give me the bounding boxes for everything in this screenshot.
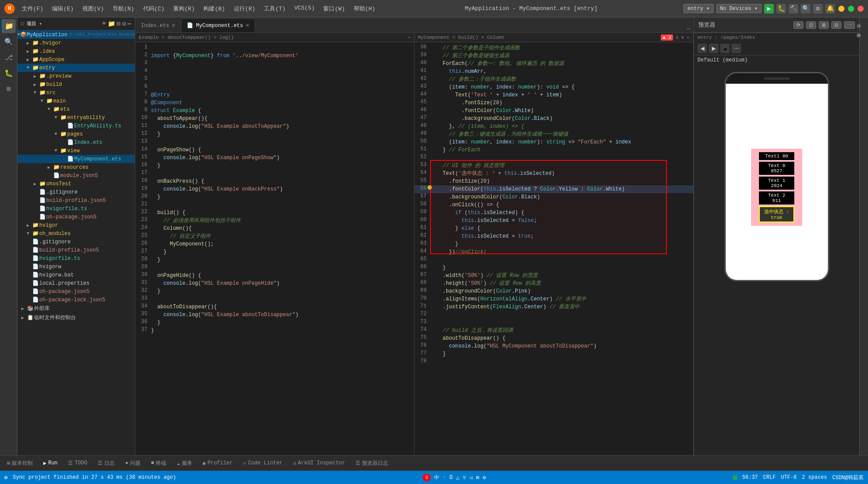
activity-search[interactable]: 🔍 bbox=[2, 35, 16, 49]
right-editor-content[interactable]: 38 // 第二个参数是子组件生成函数 39 // 第三个参数是键值生成器 40… bbox=[414, 42, 693, 455]
btab-todo[interactable]: ☰ TODO bbox=[63, 458, 92, 468]
btab-services[interactable]: ☁ 服务 bbox=[171, 458, 197, 469]
tree-item-hvigorw[interactable]: ▶ 📄 hvigorw bbox=[17, 262, 135, 271]
sidebar-new-file[interactable]: + bbox=[102, 20, 106, 27]
tree-item-build-profile-entry[interactable]: ▶ 📄 build-profile.json5 bbox=[17, 196, 135, 205]
left-editor-options[interactable]: ⋯ bbox=[407, 34, 410, 40]
btab-profiler[interactable]: ◉ Profiler bbox=[198, 458, 238, 468]
menu-view[interactable]: 视图(V) bbox=[79, 4, 107, 14]
tree-item-ohostest[interactable]: ▶ 📁 ohosTest bbox=[17, 180, 135, 188]
tree-item-appscope[interactable]: ▶ 📁 AppScope bbox=[17, 55, 135, 64]
tab-index-ets[interactable]: Index.ets × bbox=[135, 18, 181, 32]
statusbar-icon2[interactable]: Ω bbox=[450, 474, 453, 481]
notifications-icon[interactable]: 通知 bbox=[861, 22, 868, 29]
preview-refresh-btn[interactable]: ⟳ bbox=[793, 21, 803, 29]
tab-mycomponent-close[interactable]: × bbox=[246, 22, 249, 29]
menu-window[interactable]: 窗口(W) bbox=[320, 4, 348, 14]
tree-item-src[interactable]: ▼ 📁 src bbox=[17, 89, 135, 97]
tree-item-resources[interactable]: ▶ 📁 resources bbox=[17, 163, 135, 171]
menu-build[interactable]: 构建(B) bbox=[200, 4, 228, 14]
btab-code-linter[interactable]: ✓ Code Linter bbox=[238, 458, 287, 468]
preview-device-btn[interactable]: 📱 bbox=[720, 44, 730, 53]
menu-file[interactable]: 文件(F) bbox=[18, 4, 47, 14]
menu-bar[interactable]: 文件(F) 编辑(E) 视图(V) 导航(N) 代码(C) 重构(R) 构建(B… bbox=[18, 4, 379, 14]
preview-item-selected[interactable]: 选中状态 : true bbox=[759, 206, 794, 222]
preview-back-btn[interactable]: ◀ bbox=[697, 44, 707, 53]
tree-item-oh-modules[interactable]: ▼ 📁 oh_modules bbox=[17, 229, 135, 238]
preview-zoom-btn[interactable]: ⊟ bbox=[831, 21, 841, 29]
left-editor-content[interactable]: 1 2 import {MyComponent} from '../view/M… bbox=[135, 42, 414, 455]
tree-item-oh-package-entry[interactable]: ▶ 📄 oh-package.json5 bbox=[17, 213, 135, 221]
menu-run[interactable]: 运行(R) bbox=[230, 4, 259, 14]
tree-item-preview[interactable]: ▶ 📁 .preview bbox=[17, 72, 135, 80]
close-button[interactable]: × bbox=[858, 6, 864, 12]
no-devices-selector[interactable]: No Devices ▾ bbox=[716, 4, 762, 13]
preview-more-btn2[interactable]: ⋯ bbox=[731, 44, 741, 53]
statusbar-icon4[interactable]: ▽ bbox=[463, 474, 466, 481]
maximize-button[interactable]: + bbox=[848, 6, 854, 12]
tree-item-gitignore-root[interactable]: ▶ 📄 .gitignore bbox=[17, 238, 135, 246]
tree-item-ets[interactable]: ▼ 📁 ets bbox=[17, 105, 135, 113]
btab-version-control[interactable]: ⊞ 版本控制 bbox=[2, 458, 38, 469]
menu-navigate[interactable]: 导航(N) bbox=[109, 4, 137, 14]
tree-item-hvigorfile-ts-root[interactable]: ▶ 📄 hvigorfile.ts bbox=[17, 254, 135, 262]
editor-collapse-btn[interactable]: ∧ bbox=[676, 34, 679, 40]
debug-button[interactable]: 🐛 bbox=[776, 4, 786, 14]
tree-item-hvigorw-bat[interactable]: ▶ 📄 hvigorw.bat bbox=[17, 271, 135, 279]
tree-item-external-libs[interactable]: ▶ 📚 外部库 bbox=[17, 304, 135, 313]
preview-more-btn[interactable]: ⋯ bbox=[844, 21, 855, 29]
activity-explorer[interactable]: 📁 bbox=[2, 19, 16, 33]
minimize-button[interactable]: − bbox=[838, 6, 844, 12]
tree-item-gitignore-entry[interactable]: ▶ 📄 .gitignore bbox=[17, 188, 135, 196]
tree-item-module-json5[interactable]: ▶ 📄 module.json5 bbox=[17, 171, 135, 180]
tree-item-hvigor[interactable]: ▶ 📁 .hvigor bbox=[17, 39, 135, 47]
tree-item-pages[interactable]: ▼ 📁 pages bbox=[17, 130, 135, 138]
editor-options-btn[interactable]: ⋯ bbox=[687, 34, 690, 40]
tree-item-mycomponent-ets[interactable]: ▶ 📄 MyComponent.ets bbox=[17, 155, 135, 163]
statusbar-lang-zh[interactable]: 中 bbox=[434, 474, 439, 481]
btab-log[interactable]: ☰ 日志 bbox=[92, 458, 120, 469]
tree-item-local-properties[interactable]: ▶ 📄 local.properties bbox=[17, 279, 135, 287]
preview-grid-btn[interactable]: ⊞ bbox=[819, 21, 829, 29]
statusbar-icon6[interactable]: ⊞ bbox=[476, 474, 479, 481]
preview-forward-btn[interactable]: ▶ bbox=[709, 44, 718, 53]
entry-selector[interactable]: entry ▾ bbox=[683, 4, 713, 13]
tree-item-oh-package-lock-root[interactable]: ▶ 📄 oh-package-lock.json5 bbox=[17, 296, 135, 304]
menu-tools[interactable]: 工具(T) bbox=[260, 4, 289, 14]
menu-edit[interactable]: 编辑(E) bbox=[48, 4, 77, 14]
tab-options[interactable]: ⋯ bbox=[687, 26, 694, 32]
notification-button[interactable]: 🔔 bbox=[825, 4, 835, 14]
btab-problems[interactable]: ● 问题 bbox=[120, 458, 146, 469]
sidebar-collapse[interactable]: ⊟ bbox=[117, 20, 120, 27]
activity-scm[interactable]: ⎇ bbox=[2, 51, 16, 65]
tree-item-temp-files[interactable]: ▶ 📋 临时文件和控制台 bbox=[17, 313, 135, 322]
menu-refactor[interactable]: 重构(R) bbox=[170, 4, 198, 14]
sidebar-settings[interactable]: ⚙ bbox=[122, 20, 126, 27]
btab-run[interactable]: ▶ Run bbox=[38, 458, 63, 468]
tab-mycomponent-ets[interactable]: 📄 MyComponent.ets × bbox=[181, 18, 255, 32]
tree-item-entryability[interactable]: ▼ 📁 entryability bbox=[17, 113, 135, 122]
activity-debug[interactable]: 🐛 bbox=[2, 66, 16, 80]
run-button[interactable]: ▶ bbox=[764, 4, 774, 14]
tree-item-build[interactable]: ▶ 📁 build bbox=[17, 80, 135, 89]
tree-item-hvigorfile-ts-entry[interactable]: ▶ 📄 hvigorfile.ts bbox=[17, 205, 135, 213]
tree-item-myapplication[interactable]: ▼ 📦 MyApplication D:\002_Project\014_Dev… bbox=[17, 31, 135, 39]
menu-help[interactable]: 帮助(H) bbox=[350, 4, 379, 14]
tree-item-entryability-ts[interactable]: ▶ 📄 EntryAbility.ts bbox=[17, 122, 135, 130]
menu-code[interactable]: 代码(C) bbox=[140, 4, 168, 14]
tree-item-entry[interactable]: ▼ 📁 entry bbox=[17, 64, 135, 72]
activity-extensions[interactable]: ⊞ bbox=[2, 82, 16, 96]
statusbar-icon3[interactable]: △ bbox=[456, 474, 459, 481]
btab-arkui-inspector[interactable]: ◇ ArkUI Inspector bbox=[288, 458, 350, 468]
tree-item-view[interactable]: ▼ 📁 view bbox=[17, 147, 135, 155]
device-file-icon[interactable]: 设备文件 bbox=[861, 31, 868, 38]
tree-item-hvigor-root[interactable]: ▶ 📁 hvigor bbox=[17, 221, 135, 229]
sidebar-new-folder[interactable]: 📁 bbox=[108, 20, 115, 27]
sidebar-more[interactable]: ⋯ bbox=[128, 20, 131, 27]
search-button[interactable]: 🔍 bbox=[801, 4, 810, 14]
build-button[interactable]: 🔨 bbox=[789, 4, 798, 14]
menu-vcs[interactable]: VCS(S) bbox=[291, 4, 318, 14]
tree-item-index-ets[interactable]: ▶ 📄 Index.ets bbox=[17, 138, 135, 147]
tree-item-build-profile-root[interactable]: ▶ 📄 build-profile.json5 bbox=[17, 246, 135, 254]
statusbar-icon5[interactable]: ◁ bbox=[469, 474, 472, 481]
